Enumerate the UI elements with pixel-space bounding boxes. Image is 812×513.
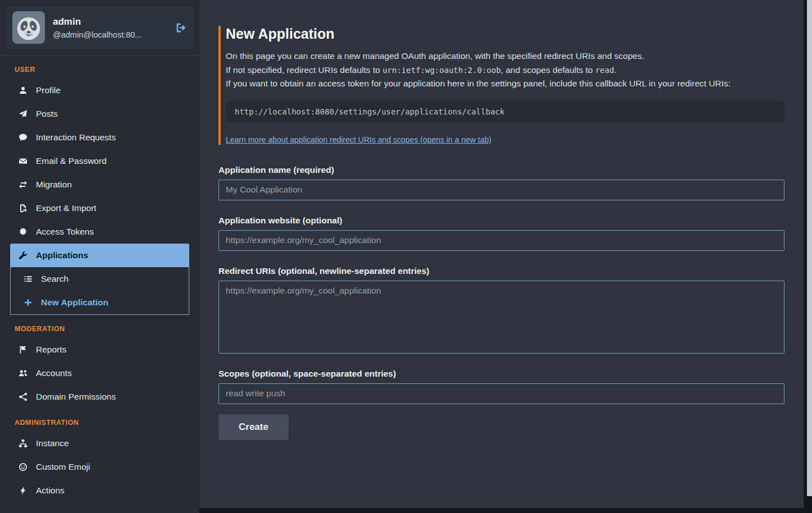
bolt-icon xyxy=(18,486,28,495)
comment-icon xyxy=(18,133,28,142)
users-icon xyxy=(18,369,28,378)
redirect-uris-field: Redirect URIs (optional, newline-separat… xyxy=(218,266,784,354)
sidebar-item-label: Applications xyxy=(36,250,88,260)
sidebar-item-custom-emoji[interactable]: Custom Emoji xyxy=(10,455,189,479)
section-label-user: USER xyxy=(15,66,189,74)
applications-submenu: Search New Application xyxy=(10,267,189,315)
sidebar-item-label: Instance xyxy=(36,438,69,448)
settings-panel: admin @admin@localhost:80... USER Profil… xyxy=(0,0,812,513)
redirect-uris-textarea[interactable] xyxy=(218,281,784,354)
sidebar-item-email-password[interactable]: Email & Password xyxy=(10,149,189,173)
sidebar-item-label: Email & Password xyxy=(36,156,107,166)
section-label-administration: ADMINISTRATION xyxy=(15,419,189,427)
sitemap-icon xyxy=(18,439,28,448)
certificate-icon xyxy=(18,227,28,236)
sidebar-item-domain-permissions[interactable]: Domain Permissions xyxy=(10,385,189,409)
sidebar-item-instance[interactable]: Instance xyxy=(10,432,189,455)
sidebar-item-reports[interactable]: Reports xyxy=(10,338,189,361)
sidebar-item-label: Reports xyxy=(36,345,66,355)
logout-icon[interactable] xyxy=(175,22,187,34)
sidebar-item-label: Posts xyxy=(36,109,58,119)
section-label-moderation: MODERATION xyxy=(15,325,189,333)
user-meta: admin @admin@localhost:80... xyxy=(53,16,167,39)
scopes-input[interactable] xyxy=(218,383,784,404)
sidebar-item-label: Accounts xyxy=(36,368,72,378)
main-wrap: New Application On this page you can cre… xyxy=(199,0,812,513)
sidebar-item-applications-search[interactable]: Search xyxy=(11,267,189,291)
scrollbar-track xyxy=(807,0,812,513)
file-export-icon xyxy=(18,204,28,213)
sidebar-item-label: Actions xyxy=(36,485,65,496)
sidebar-item-profile[interactable]: Profile xyxy=(10,79,189,102)
page-title: New Application xyxy=(226,26,784,42)
transfer-arrows-icon xyxy=(18,180,28,189)
intro-line-2-mid: , and scopes defaults to xyxy=(501,65,595,75)
sidebar-item-applications-new[interactable]: New Application xyxy=(11,291,189,314)
sidebar-nav: USER Profile Posts Interaction Requests xyxy=(6,66,194,502)
application-website-input[interactable] xyxy=(218,230,784,251)
main-content: New Application On this page you can cre… xyxy=(199,0,804,508)
wrench-icon xyxy=(18,251,28,260)
sidebar-item-label: Access Tokens xyxy=(36,227,94,237)
scopes-label: Scopes (optional, space-separated entrie… xyxy=(218,369,784,379)
sidebar-item-applications[interactable]: Applications xyxy=(10,244,189,267)
envelope-icon xyxy=(18,157,28,166)
scopes-field: Scopes (optional, space-separated entrie… xyxy=(218,369,784,404)
intro-line-2-post: . xyxy=(614,65,617,75)
sidebar-item-label: Search xyxy=(41,274,69,284)
sidebar-item-posts[interactable]: Posts xyxy=(10,102,189,126)
intro-line-1: On this page you can create a new manage… xyxy=(226,51,644,61)
plus-icon xyxy=(23,298,33,307)
redirect-uris-label: Redirect URIs (optional, newline-separat… xyxy=(218,266,784,276)
inline-code-read: read xyxy=(595,66,614,75)
sidebar-item-label: New Application xyxy=(41,297,108,308)
username: admin xyxy=(53,16,167,28)
sidebar-item-label: Domain Permissions xyxy=(36,392,116,402)
sidebar-item-label: Profile xyxy=(36,85,61,95)
application-name-label: Application name (required) xyxy=(218,165,784,175)
intro-line-3: If you want to obtain an access token fo… xyxy=(226,79,731,88)
sidebar-item-label: Custom Emoji xyxy=(36,462,90,472)
flag-icon xyxy=(18,345,28,354)
inline-code-oob: urn:ietf:wg:oauth:2.0:oob xyxy=(382,66,501,75)
sidebar-item-export-import[interactable]: Export & Import xyxy=(10,196,189,220)
share-nodes-icon xyxy=(18,392,28,401)
application-website-label: Application website (optional) xyxy=(218,216,784,226)
smiley-icon xyxy=(18,462,28,471)
callback-url-code-block: http://localhost:8080/settings/user/appl… xyxy=(226,101,784,122)
learn-more-link[interactable]: Learn more about application redirect UR… xyxy=(226,135,491,144)
intro-line-2-pre: If not specified, redirect URIs defaults… xyxy=(226,65,382,75)
sidebar-item-label: Export & Import xyxy=(36,203,97,213)
sidebar-item-label: Migration xyxy=(36,180,72,190)
sidebar-item-actions[interactable]: Actions xyxy=(10,479,189,502)
paper-plane-icon xyxy=(18,109,28,118)
sidebar-item-access-tokens[interactable]: Access Tokens xyxy=(10,220,189,244)
page-header: New Application On this page you can cre… xyxy=(218,26,784,145)
sidebar-item-migration[interactable]: Migration xyxy=(10,173,189,196)
scrollbar-thumb[interactable] xyxy=(807,0,812,496)
application-name-input[interactable] xyxy=(218,180,784,200)
list-icon xyxy=(23,274,33,283)
sidebar-divider xyxy=(0,55,199,56)
avatar xyxy=(12,11,45,44)
create-button[interactable]: Create xyxy=(218,414,289,440)
new-application-form: Application name (required) Application … xyxy=(218,165,784,440)
application-name-field: Application name (required) xyxy=(218,165,784,200)
user-icon xyxy=(18,86,28,95)
sidebar-item-accounts[interactable]: Accounts xyxy=(10,361,189,385)
sidebar-item-interaction-requests[interactable]: Interaction Requests xyxy=(10,126,189,149)
sidebar-item-label: Interaction Requests xyxy=(36,132,116,143)
user-handle: @admin@localhost:80... xyxy=(53,30,167,39)
user-card: admin @admin@localhost:80... xyxy=(6,6,194,49)
application-website-field: Application website (optional) xyxy=(218,216,784,251)
intro-paragraph: On this page you can create a new manage… xyxy=(226,49,784,91)
sidebar: admin @admin@localhost:80... USER Profil… xyxy=(0,0,199,513)
